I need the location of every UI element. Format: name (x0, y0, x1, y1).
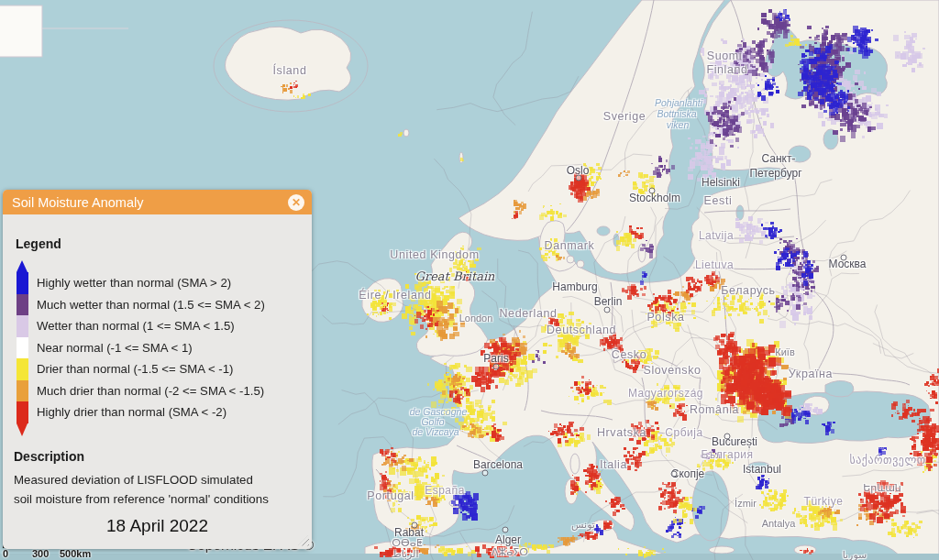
legend-swatch (17, 380, 28, 402)
legend-item-label: Highly drier than normal (SMA < -2) (37, 401, 265, 423)
description-line: soil moisture from reference 'normal' co… (14, 489, 301, 509)
panel-title-bar[interactable]: Soil Moisture Anomaly ✕ (3, 190, 312, 214)
legend-arrow-up (17, 260, 28, 272)
legend-swatch (17, 272, 28, 294)
scale-label: 0 (3, 548, 8, 559)
panel-title: Soil Moisture Anomaly (12, 195, 143, 210)
legend-swatch (17, 358, 28, 380)
legend-heading: Legend (16, 236, 301, 251)
legend-item-label: Much wetter than normal (1.5 <= SMA < 2) (37, 294, 265, 316)
legend-color-bar (17, 260, 28, 436)
legend-swatch (17, 294, 28, 316)
legend-arrow-down (17, 423, 28, 436)
close-icon[interactable]: ✕ (288, 194, 304, 211)
map-viewport[interactable]: ÍslandSuomiFinlandSverigePohjanlahtiBott… (0, 0, 939, 560)
scale-label: 300 (32, 548, 49, 559)
legend-swatch (17, 315, 28, 337)
description-line: Measured deviation of LISFLOOD simulated (14, 470, 301, 489)
legend-swatch (17, 401, 28, 423)
layer-panel: Soil Moisture Anomaly ✕ Legend Highly we… (3, 190, 312, 549)
legend-item-label: Much drier than normal (-2 <= SMA < -1.5… (37, 380, 265, 402)
legend-items: Highly wetter than normal (SMA > 2)Much … (37, 260, 265, 436)
legend-item-label: Wetter than normal (1 <= SMA < 1.5) (37, 315, 265, 337)
layer-date: 18 April 2022 (14, 516, 301, 536)
legend-item-label: Near normal (-1 <= SMA < 1) (37, 337, 265, 359)
panel-body: Legend Highly wetter than normal (SMA > … (3, 214, 312, 549)
description-heading: Description (14, 449, 301, 464)
legend-item-label: Drier than normal (-1.5 <= SMA < -1) (37, 358, 265, 380)
scale-label: 500km (60, 548, 91, 559)
legend-item-label: Highly wetter than normal (SMA > 2) (37, 272, 265, 294)
legend-swatch (17, 337, 28, 359)
